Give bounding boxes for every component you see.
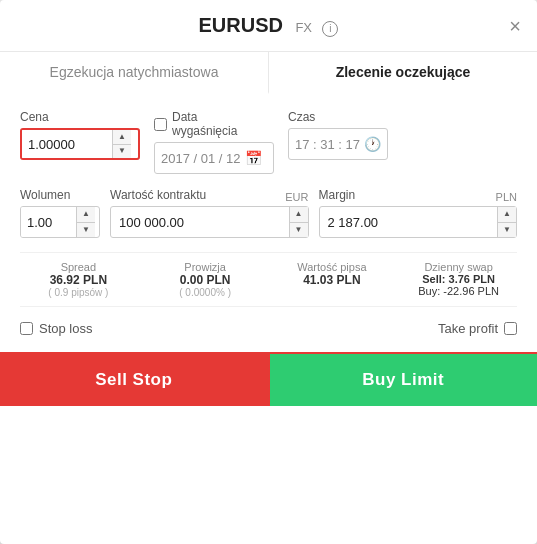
contract-up-button[interactable]: ▲: [290, 207, 308, 223]
margin-currency: PLN: [496, 191, 517, 203]
volume-up-button[interactable]: ▲: [77, 207, 95, 223]
price-input[interactable]: [22, 130, 112, 158]
clock-icon: 🕐: [364, 136, 381, 152]
volume-down-button[interactable]: ▼: [77, 223, 95, 238]
date-field-group: Data wygaśnięcia 2017 / 01 / 12 📅: [154, 110, 274, 174]
margin-input-wrapper: 2 187.00 ▲ ▼: [319, 206, 518, 238]
stop-take-row: Stop loss Take profit: [20, 321, 517, 336]
take-profit-label: Take profit: [438, 321, 498, 336]
contract-arrows: ▲ ▼: [289, 207, 308, 237]
margin-arrows: ▲ ▼: [497, 207, 516, 237]
contract-down-button[interactable]: ▼: [290, 223, 308, 238]
volume-label: Wolumen: [20, 188, 100, 202]
margin-down-button[interactable]: ▼: [498, 223, 516, 238]
buy-limit-button[interactable]: Buy Limit: [268, 354, 538, 406]
time-field-group: Czas 17 : 31 : 17 🕐: [288, 110, 388, 160]
form-body: Cena ▲ ▼ Data wygaśnięcia: [0, 94, 537, 422]
tab-pending[interactable]: Zlecenie oczekujące: [269, 52, 537, 94]
time-label: Czas: [288, 110, 388, 124]
swap-stat: Dzienny swap Sell: 3.76 PLN Buy: -22.96 …: [400, 261, 517, 298]
contract-field-group: Wartość kontraktu EUR 100 000.00 ▲ ▼: [110, 188, 309, 238]
margin-value: 2 187.00: [320, 215, 498, 230]
margin-label: Margin: [319, 188, 356, 202]
volume-field-group: Wolumen ▲ ▼: [20, 188, 100, 238]
price-input-wrapper: ▲ ▼: [20, 128, 140, 160]
trading-modal: EURUSD FX i × Egzekucja natychmiastowa Z…: [0, 0, 537, 544]
modal-title: EURUSD FX i: [199, 14, 339, 37]
price-field-group: Cena ▲ ▼: [20, 110, 140, 160]
contract-label: Wartość kontraktu: [110, 188, 206, 202]
volume-input[interactable]: [21, 207, 76, 237]
sell-stop-button[interactable]: Sell Stop: [0, 354, 268, 406]
margin-field-group: Margin PLN 2 187.00 ▲ ▼: [319, 188, 518, 238]
contract-input-wrapper: 100 000.00 ▲ ▼: [110, 206, 309, 238]
stop-loss-group: Stop loss: [20, 321, 92, 336]
take-profit-group: Take profit: [438, 321, 517, 336]
spread-stat: Spread 36.92 PLN ( 0.9 pipsów ): [20, 261, 137, 298]
date-input[interactable]: 2017 / 01 / 12 📅: [154, 142, 274, 174]
calendar-icon: 📅: [245, 150, 262, 166]
action-buttons: Sell Stop Buy Limit: [0, 352, 537, 406]
tab-immediate[interactable]: Egzekucja natychmiastowa: [0, 52, 269, 94]
contract-value: 100 000.00: [111, 215, 289, 230]
volume-arrows: ▲ ▼: [76, 207, 95, 237]
stop-loss-label: Stop loss: [39, 321, 92, 336]
tab-bar: Egzekucja natychmiastowa Zlecenie oczeku…: [0, 52, 537, 94]
price-arrows: ▲ ▼: [112, 130, 131, 158]
pip-stat: Wartość pipsa 41.03 PLN: [274, 261, 391, 298]
margin-up-button[interactable]: ▲: [498, 207, 516, 223]
price-label: Cena: [20, 110, 140, 124]
date-checkbox[interactable]: [154, 118, 167, 131]
close-button[interactable]: ×: [509, 16, 521, 36]
commission-stat: Prowizja 0.00 PLN ( 0.0000% ): [147, 261, 264, 298]
modal-header: EURUSD FX i ×: [0, 0, 537, 52]
price-down-button[interactable]: ▼: [113, 145, 131, 159]
info-icon[interactable]: i: [322, 21, 338, 37]
price-up-button[interactable]: ▲: [113, 130, 131, 145]
take-profit-checkbox[interactable]: [504, 322, 517, 335]
stats-row: Spread 36.92 PLN ( 0.9 pipsów ) Prowizja…: [20, 252, 517, 307]
contract-currency: EUR: [285, 191, 308, 203]
stop-loss-checkbox[interactable]: [20, 322, 33, 335]
volume-input-wrapper: ▲ ▼: [20, 206, 100, 238]
time-input[interactable]: 17 : 31 : 17 🕐: [288, 128, 388, 160]
